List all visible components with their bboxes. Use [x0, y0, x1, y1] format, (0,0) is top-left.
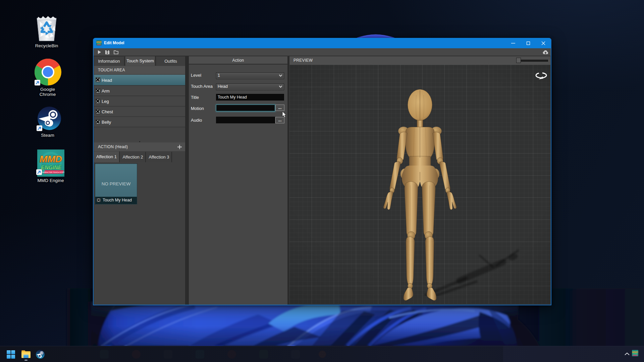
svg-text:MMD: MMD — [96, 41, 102, 43]
svg-text:CHARACTER TOUCH SYSTEM: CHARACTER TOUCH SYSTEM — [41, 171, 64, 173]
svg-text:MMD: MMD — [40, 154, 62, 164]
svg-text:ENGINE: ENGINE — [41, 165, 62, 170]
svg-text:MMD: MMD — [632, 351, 638, 354]
